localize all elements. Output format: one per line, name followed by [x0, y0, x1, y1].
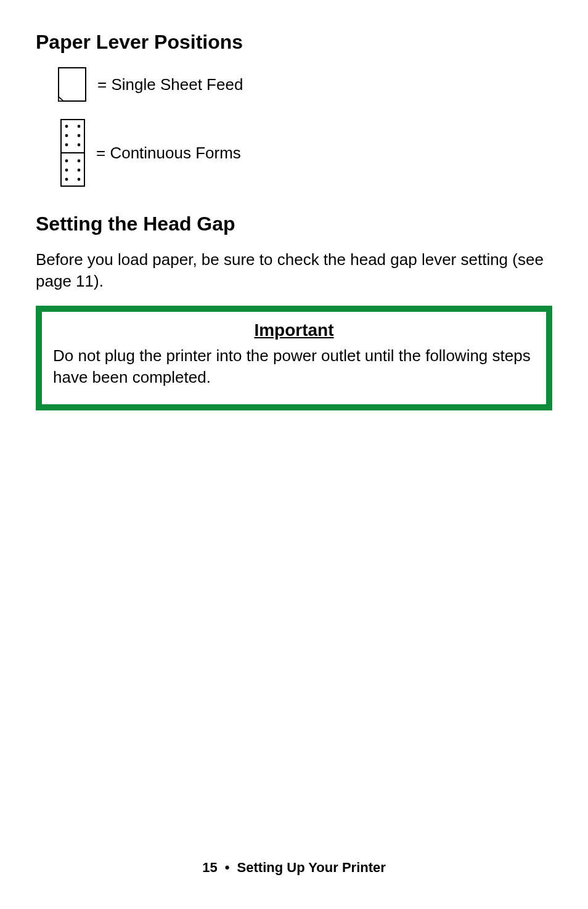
lever-row-continuous-forms: = Continuous Forms — [36, 119, 552, 187]
lever-row-single-sheet: = Single Sheet Feed — [36, 67, 552, 102]
single-sheet-label: = Single Sheet Feed — [97, 75, 243, 94]
svg-point-6 — [78, 125, 81, 128]
svg-point-16 — [78, 178, 81, 181]
svg-point-10 — [78, 144, 81, 147]
page-number: 15 — [202, 860, 217, 875]
heading-paper-lever: Paper Lever Positions — [36, 31, 552, 54]
head-gap-body: Before you load paper, be sure to check … — [36, 249, 552, 292]
page-footer: 15 • Setting Up Your Printer — [0, 860, 588, 876]
svg-point-5 — [65, 125, 68, 128]
footer-section-title: Setting Up Your Printer — [237, 860, 386, 875]
svg-point-7 — [65, 134, 68, 137]
svg-rect-0 — [59, 68, 86, 101]
svg-point-12 — [78, 160, 81, 163]
svg-point-14 — [78, 169, 81, 172]
callout-title: Important — [53, 320, 535, 340]
svg-point-13 — [65, 169, 68, 172]
continuous-forms-label: = Continuous Forms — [96, 144, 241, 163]
svg-point-9 — [65, 144, 68, 147]
svg-point-11 — [65, 160, 68, 163]
callout-body: Do not plug the printer into the power o… — [53, 345, 535, 388]
continuous-forms-icon — [60, 119, 85, 187]
important-callout: Important Do not plug the printer into t… — [36, 306, 552, 410]
page: Paper Lever Positions = Single Sheet Fee… — [0, 0, 588, 909]
svg-point-15 — [65, 178, 68, 181]
heading-head-gap: Setting the Head Gap — [36, 213, 552, 235]
svg-point-8 — [78, 134, 81, 137]
single-sheet-icon — [58, 67, 86, 102]
footer-bullet: • — [221, 860, 234, 875]
